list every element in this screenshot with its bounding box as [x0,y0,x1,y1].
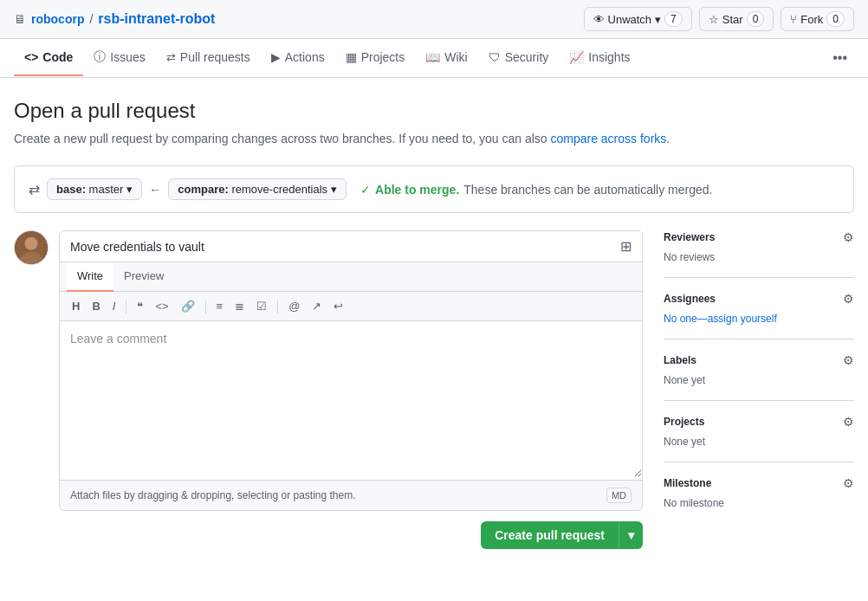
toolbar-reference-btn[interactable]: ↗ [307,297,327,315]
projects-icon: ▦ [346,50,357,64]
editor-tabs: Write Preview [60,262,642,292]
milestone-empty: No milestone [664,497,724,509]
watch-button[interactable]: 👁 Unwatch ▾ 7 [584,7,692,31]
toolbar-bold-btn[interactable]: B [87,297,105,315]
toolbar-mention-btn[interactable]: @ [283,297,305,315]
svg-point-1 [24,237,37,250]
tab-actions[interactable]: ▶ Actions [261,40,335,76]
toolbar-task-list-btn[interactable]: ☑ [251,297,272,315]
branch-switch-icon: ⇄ [29,181,40,197]
sidebar-reviewers-header: Reviewers ⚙ [664,230,854,244]
star-button[interactable]: ☆ Star 0 [699,7,774,31]
projects-empty: None yet [664,436,705,448]
pr-area: ⊞ Write Preview H B I ❝ <> [14,230,854,549]
tab-wiki[interactable]: 📖 Wiki [415,40,477,76]
sidebar-labels: Labels ⚙ None yet [664,353,854,401]
tab-projects[interactable]: ▦ Projects [335,40,416,76]
milestone-gear-icon[interactable]: ⚙ [843,476,854,490]
tab-code[interactable]: <> Code [14,40,83,76]
labels-gear-icon[interactable]: ⚙ [843,353,854,367]
main-content: Open a pull request Create a new pull re… [0,78,868,570]
projects-gear-icon[interactable]: ⚙ [843,415,854,429]
assignees-title: Assignees [664,293,716,305]
labels-title: Labels [664,354,696,366]
sidebar-projects: Projects ⚙ None yet [664,415,854,462]
page-title: Open a pull request [14,99,854,123]
tab-insights[interactable]: 📈 Insights [559,40,640,76]
top-bar: 🖥 robocorp / rsb-intranet-robot 👁 Unwatc… [0,0,868,39]
pr-icon: ⇄ [166,51,176,64]
write-tab[interactable]: Write [67,262,113,292]
compare-branch-selector[interactable]: compare: remove-credentials ▾ [168,178,347,200]
toolbar-italic-btn[interactable]: I [107,297,121,315]
repo-actions: 👁 Unwatch ▾ 7 ☆ Star 0 ⑂ Fork 0 [584,7,854,31]
create-pr-button[interactable]: Create pull request ▾ [481,521,643,549]
reviewers-gear-icon[interactable]: ⚙ [843,230,854,244]
arrow-icon: ← [149,183,161,197]
projects-title: Projects [664,416,704,428]
submit-row: Create pull request ▾ [14,521,643,549]
avatar-image [15,230,48,265]
fork-icon: ⑂ [790,13,797,26]
sidebar-reviewers: Reviewers ⚙ No reviews [664,230,854,278]
merge-check-icon: ✓ [360,183,371,197]
create-pr-dropdown-icon[interactable]: ▾ [619,521,643,549]
comment-textarea[interactable] [60,321,642,477]
preview-tab[interactable]: Preview [113,262,174,291]
toolbar-sep-3 [277,300,278,313]
wiki-icon: 📖 [425,50,440,64]
pr-title-input[interactable] [70,240,620,254]
repo-info: 🖥 robocorp / rsb-intranet-robot [14,11,215,27]
toolbar-sep-1 [126,300,126,313]
create-pr-label[interactable]: Create pull request [481,521,619,549]
page-description: Create a new pull request by comparing c… [14,130,854,148]
reviewers-empty: No reviews [664,251,715,263]
pr-title-row: ⊞ [60,231,642,262]
base-dropdown-icon: ▾ [126,183,133,196]
toolbar-code-btn[interactable]: <> [150,297,173,315]
pr-form: ⊞ Write Preview H B I ❝ <> [59,230,643,511]
toolbar-unordered-list-btn[interactable]: ≡ [211,297,229,315]
sidebar-toggle-icon[interactable]: ⊞ [620,238,632,255]
compare-dropdown-icon: ▾ [331,183,337,196]
labels-empty: None yet [664,374,705,386]
sidebar-assignees: Assignees ⚙ No one—assign yourself [664,292,854,339]
org-link[interactable]: robocorp [31,12,84,26]
security-icon: 🛡 [489,50,501,64]
assignees-gear-icon[interactable]: ⚙ [843,292,854,306]
more-tabs-button[interactable]: ••• [826,43,854,73]
code-icon: <> [24,50,38,64]
tab-pull-requests[interactable]: ⇄ Pull requests [156,40,261,76]
toolbar-link-btn[interactable]: 🔗 [176,297,200,315]
watch-dropdown-icon: ▾ [655,13,661,26]
assign-yourself-link[interactable]: No one—assign yourself [664,313,777,325]
pr-form-row: ⊞ Write Preview H B I ❝ <> [14,230,643,511]
nav-tabs: <> Code ⓘ Issues ⇄ Pull requests ▶ Actio… [0,39,868,78]
sidebar-labels-header: Labels ⚙ [664,353,854,367]
milestone-title: Milestone [664,477,711,489]
sidebar-assignees-header: Assignees ⚙ [664,292,854,306]
repo-separator: / [89,12,93,26]
toolbar-undo-btn[interactable]: ↩ [328,297,348,315]
toolbar-heading-btn[interactable]: H [67,297,85,315]
sidebar-milestone: Milestone ⚙ No milestone [664,476,854,523]
markdown-icon: MD [606,488,632,503]
branch-compare-row: ⇄ base: master ▾ ← compare: remove-crede… [14,165,854,213]
sidebar-projects-header: Projects ⚙ [664,415,854,429]
issues-icon: ⓘ [94,49,106,65]
base-branch-selector[interactable]: base: master ▾ [47,178,142,200]
pr-sidebar: Reviewers ⚙ No reviews Assignees ⚙ No on… [664,230,854,549]
tab-security[interactable]: 🛡 Security [478,40,560,76]
compare-forks-link[interactable]: compare across forks [550,132,666,145]
eye-icon: 👁 [593,13,605,26]
monitor-icon: 🖥 [14,12,26,26]
assignees-empty: No one—assign yourself [664,313,777,325]
reviewers-title: Reviewers [664,231,715,243]
tab-issues[interactable]: ⓘ Issues [83,39,155,77]
actions-icon: ▶ [271,50,281,64]
toolbar-ordered-list-btn[interactable]: ≣ [230,297,249,315]
avatar [14,230,49,265]
toolbar-quote-btn[interactable]: ❝ [132,297,148,315]
fork-button[interactable]: ⑂ Fork 0 [781,7,854,31]
repo-link[interactable]: rsb-intranet-robot [98,11,215,27]
